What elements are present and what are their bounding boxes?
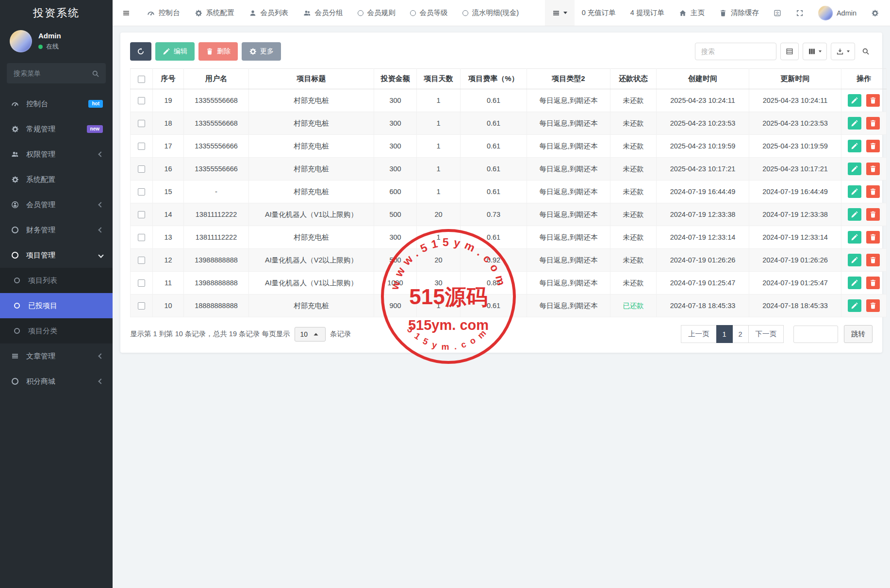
row-edit-button[interactable] (848, 254, 861, 266)
admin-menu[interactable]: Admin (811, 0, 864, 26)
row-edit-button[interactable] (848, 208, 861, 221)
more-button[interactable]: 更多 (242, 42, 281, 61)
columns-button[interactable] (803, 43, 827, 60)
row-edit-button[interactable] (848, 231, 861, 244)
row-delete-button[interactable] (866, 185, 880, 198)
cell-status: 未还款 (610, 158, 657, 180)
row-checkbox[interactable] (138, 188, 145, 196)
language-button[interactable] (766, 0, 789, 26)
gear-icon (249, 48, 257, 55)
nav-overflow-dropdown[interactable] (545, 0, 575, 26)
row-edit-button[interactable] (848, 163, 861, 175)
export-icon (836, 48, 844, 55)
user-icon (249, 9, 257, 17)
circle-icon (13, 278, 21, 283)
sidebar-item-label: 常规管理 (26, 125, 87, 134)
topnav-item-member-list[interactable]: 会员列表 (242, 0, 296, 26)
cell-actions (841, 158, 887, 180)
jump-button[interactable]: 跳转 (844, 325, 873, 343)
row-delete-button[interactable] (866, 254, 880, 266)
cell-updated: 2024-07-18 18:45:33 (749, 294, 841, 317)
page-size-select[interactable]: 10 (295, 327, 326, 342)
topnav-item-member-groups[interactable]: 会员分组 (296, 0, 350, 26)
row-delete-button[interactable] (866, 140, 880, 152)
row-edit-button[interactable] (848, 185, 861, 198)
col-header-created: 创建时间 (657, 69, 749, 89)
search-button[interactable] (859, 48, 873, 55)
cell-rate: 0.61 (461, 89, 527, 112)
home-link[interactable]: 主页 (672, 0, 712, 26)
col-header-days: 项目天数 (417, 69, 461, 89)
row-checkbox[interactable] (138, 120, 145, 127)
delete-button[interactable]: 删除 (198, 42, 238, 61)
row-checkbox[interactable] (138, 97, 145, 104)
select-all-checkbox[interactable] (138, 76, 145, 83)
row-select-cell (131, 294, 153, 317)
topnav-item-cash-flow[interactable]: 流水明细(现金) (455, 0, 527, 26)
cell-actions (841, 294, 887, 317)
row-checkbox[interactable] (138, 279, 145, 287)
table-search-input[interactable] (695, 43, 776, 60)
row-edit-button[interactable] (848, 140, 861, 152)
topnav-item-member-rules[interactable]: 会员规则 (350, 0, 403, 26)
row-checkbox[interactable] (138, 234, 145, 241)
row-delete-button[interactable] (866, 117, 880, 130)
fullscreen-button[interactable] (789, 0, 811, 26)
row-delete-button[interactable] (866, 299, 880, 312)
sidebar-item-finance[interactable]: 财务管理 (0, 217, 113, 243)
cell-seq: 10 (153, 294, 184, 317)
row-delete-button[interactable] (866, 94, 880, 107)
topnav-item-system-config[interactable]: 系统配置 (187, 0, 242, 26)
col-header-rate: 项目费率（%） (461, 69, 527, 89)
refresh-icon (137, 48, 145, 55)
clear-cache-link[interactable]: 清除缓存 (712, 0, 766, 26)
cell-type: 每日返息,到期还本 (527, 180, 610, 203)
trash-icon (869, 233, 877, 241)
cell-rate: 0.61 (461, 135, 527, 158)
refresh-button[interactable] (130, 42, 151, 61)
menu-toggle-button[interactable] (113, 0, 140, 26)
row-checkbox[interactable] (138, 143, 145, 150)
prev-page-button[interactable]: 上一页 (681, 325, 717, 343)
sidebar-item-system-config[interactable]: 系统配置 (0, 167, 113, 192)
row-checkbox[interactable] (138, 165, 145, 173)
topnav-item-member-levels[interactable]: 会员等级 (403, 0, 455, 26)
edit-button[interactable]: 编辑 (155, 42, 195, 61)
sidebar-item-project-list[interactable]: 项目列表 (0, 268, 113, 293)
row-delete-button[interactable] (866, 277, 880, 289)
row-edit-button[interactable] (848, 299, 861, 312)
sidebar-item-members[interactable]: 会员管理 (0, 192, 113, 217)
recharge-orders-link[interactable]: 0 充值订单 (575, 0, 623, 26)
row-delete-button[interactable] (866, 163, 880, 175)
sidebar-item-general[interactable]: 常规管理 new (0, 116, 113, 142)
export-button[interactable] (831, 43, 855, 60)
cell-seq: 15 (153, 180, 184, 203)
sidebar-item-dashboard[interactable]: 控制台 hot (0, 91, 113, 116)
sidebar-item-invested-projects[interactable]: 已投项目 (0, 293, 113, 318)
toggle-view-button[interactable] (780, 43, 799, 60)
withdraw-orders-link[interactable]: 4 提现订单 (623, 0, 672, 26)
sidebar-item-points-mall[interactable]: 积分商城 (0, 369, 113, 394)
circle-icon (462, 10, 468, 16)
sidebar-item-projects[interactable]: 项目管理 (0, 243, 113, 268)
cell-type: 每日返息,到期还本 (527, 226, 610, 249)
jump-page-input[interactable] (793, 326, 838, 343)
row-delete-button[interactable] (866, 208, 880, 221)
next-page-button[interactable]: 下一页 (748, 325, 784, 343)
sidebar-item-permissions[interactable]: 权限管理 (0, 142, 113, 167)
row-delete-button[interactable] (866, 231, 880, 244)
row-edit-button[interactable] (848, 117, 861, 130)
settings-button[interactable] (864, 0, 886, 26)
row-edit-button[interactable] (848, 94, 861, 107)
row-checkbox[interactable] (138, 302, 145, 310)
topnav-item-dashboard[interactable]: 控制台 (140, 0, 187, 26)
page-button-2[interactable]: 2 (732, 325, 749, 343)
row-edit-button[interactable] (848, 277, 861, 289)
row-checkbox[interactable] (138, 211, 145, 218)
row-checkbox[interactable] (138, 257, 145, 264)
sidebar-item-articles[interactable]: 文章管理 (0, 343, 113, 369)
online-dot-icon (38, 45, 43, 49)
page-button-1[interactable]: 1 (716, 325, 733, 343)
sidebar-search-input[interactable] (7, 63, 106, 83)
sidebar-item-project-categories[interactable]: 项目分类 (0, 318, 113, 343)
